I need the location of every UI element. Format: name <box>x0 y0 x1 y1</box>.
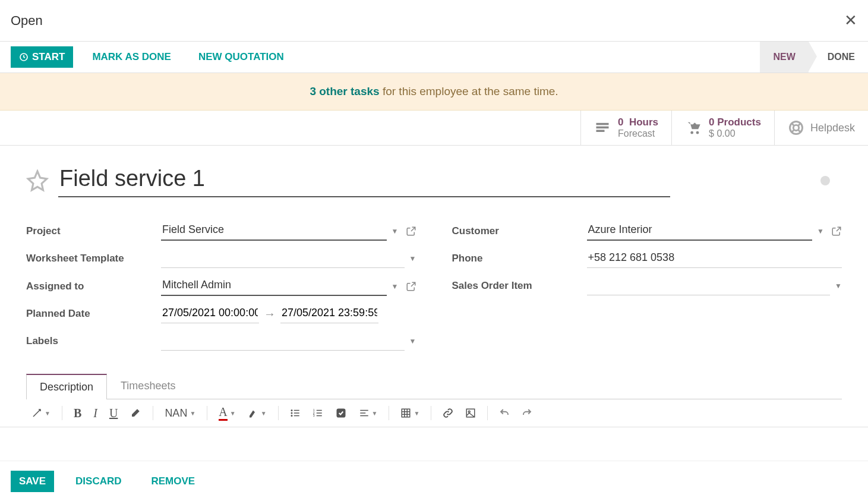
undo-button[interactable] <box>494 405 515 421</box>
svg-rect-2 <box>596 127 609 129</box>
svg-point-4 <box>690 131 693 134</box>
cart-icon <box>685 119 702 136</box>
editor-toolbar: ▼ B I U NAN ▼ A ▼ ▼ 123 ▼ ▼ <box>0 399 868 427</box>
status-new[interactable]: NEW <box>760 42 808 73</box>
modal-footer: SAVE DISCARD REMOVE <box>0 461 868 501</box>
svg-point-7 <box>793 125 798 130</box>
planned-from-field[interactable] <box>161 304 259 323</box>
customer-label: Customer <box>452 225 580 237</box>
status-done[interactable]: DONE <box>809 42 868 73</box>
chevron-down-icon[interactable]: ▼ <box>409 337 416 345</box>
start-button[interactable]: START <box>11 46 73 68</box>
phone-field[interactable] <box>587 249 842 268</box>
link-button[interactable] <box>437 405 459 421</box>
align-button[interactable]: ▼ <box>353 405 383 421</box>
close-icon[interactable]: ✕ <box>844 11 857 30</box>
tab-description[interactable]: Description <box>26 374 107 399</box>
save-button[interactable]: SAVE <box>11 471 54 492</box>
eraser-icon[interactable] <box>124 405 147 421</box>
underline-button[interactable]: U <box>104 404 123 423</box>
priority-star-icon[interactable] <box>26 169 49 192</box>
forecast-stat[interactable]: 0 Hours Forecast <box>580 111 671 145</box>
svg-rect-24 <box>402 409 411 417</box>
svg-point-26 <box>469 411 471 412</box>
remove-button[interactable]: REMOVE <box>143 471 204 492</box>
ul-button[interactable] <box>285 405 306 421</box>
external-link-icon[interactable] <box>831 226 842 237</box>
phone-label: Phone <box>452 253 580 264</box>
task-title-input[interactable] <box>58 163 670 197</box>
soi-field[interactable] <box>587 276 831 295</box>
svg-text:3: 3 <box>313 414 314 417</box>
bold-button[interactable]: B <box>68 404 87 423</box>
mark-done-button[interactable]: MARK AS DONE <box>84 46 179 68</box>
svg-point-8 <box>291 409 292 411</box>
wand-icon[interactable]: ▼ <box>26 405 56 421</box>
chevron-down-icon[interactable]: ▼ <box>392 282 399 291</box>
table-button[interactable]: ▼ <box>395 405 425 421</box>
products-stat[interactable]: 0 Products $ 0.00 <box>671 111 774 145</box>
font-color-button[interactable]: A ▼ <box>213 403 241 423</box>
kanban-state-dot[interactable] <box>820 176 830 185</box>
chevron-down-icon[interactable]: ▼ <box>817 227 824 235</box>
svg-rect-19 <box>316 415 321 417</box>
assigned-label: Assigned to <box>26 281 154 292</box>
worksheet-label: Worksheet Template <box>26 253 154 264</box>
helpdesk-icon <box>788 119 804 136</box>
svg-rect-23 <box>360 415 368 417</box>
modal-title: Open <box>11 13 43 29</box>
modal-header: Open ✕ <box>0 0 868 42</box>
svg-rect-3 <box>596 130 605 133</box>
external-link-icon[interactable] <box>406 226 416 237</box>
svg-point-5 <box>696 131 699 134</box>
arrow-right-icon: → <box>264 307 276 321</box>
image-button[interactable] <box>460 405 481 421</box>
ol-button[interactable]: 123 <box>307 405 329 421</box>
worksheet-field[interactable] <box>161 249 405 268</box>
redo-button[interactable] <box>516 405 538 421</box>
conflict-banner: 3 other tasks for this employee at the s… <box>0 73 868 111</box>
chevron-down-icon[interactable]: ▼ <box>835 282 842 290</box>
chevron-down-icon[interactable]: ▼ <box>409 254 416 263</box>
svg-rect-22 <box>360 412 365 414</box>
planned-to-field[interactable] <box>280 304 378 323</box>
labels-field[interactable] <box>161 332 405 351</box>
list-icon <box>594 119 611 136</box>
svg-rect-1 <box>596 123 609 125</box>
new-quotation-button[interactable]: NEW QUOTATION <box>190 46 292 68</box>
highlight-button[interactable]: ▼ <box>242 405 272 421</box>
assigned-field[interactable] <box>161 276 387 296</box>
project-field[interactable] <box>161 221 387 241</box>
svg-rect-15 <box>316 410 321 411</box>
svg-rect-11 <box>293 412 299 414</box>
svg-point-12 <box>291 415 292 417</box>
italic-button[interactable]: I <box>88 404 103 423</box>
status-bar: NEW DONE <box>760 42 868 73</box>
soi-label: Sales Order Item <box>452 280 580 292</box>
discard-button[interactable]: DISCARD <box>67 471 130 492</box>
project-label: Project <box>26 225 154 237</box>
svg-rect-13 <box>293 415 299 417</box>
tab-timesheets[interactable]: Timesheets <box>107 373 189 399</box>
chevron-down-icon[interactable]: ▼ <box>392 227 399 235</box>
customer-field[interactable] <box>587 221 813 241</box>
svg-rect-21 <box>360 410 368 411</box>
banner-link[interactable]: 3 other tasks <box>310 85 379 97</box>
external-link-icon[interactable] <box>406 281 416 292</box>
clock-icon <box>19 52 29 62</box>
svg-rect-17 <box>316 412 321 414</box>
font-size-select[interactable]: NAN ▼ <box>159 405 201 422</box>
checklist-button[interactable] <box>330 405 352 421</box>
svg-rect-9 <box>293 410 299 411</box>
labels-label: Labels <box>26 335 154 347</box>
svg-point-10 <box>291 412 292 414</box>
planned-label: Planned Date <box>26 308 154 320</box>
helpdesk-stat[interactable]: Helpdesk <box>774 111 868 145</box>
